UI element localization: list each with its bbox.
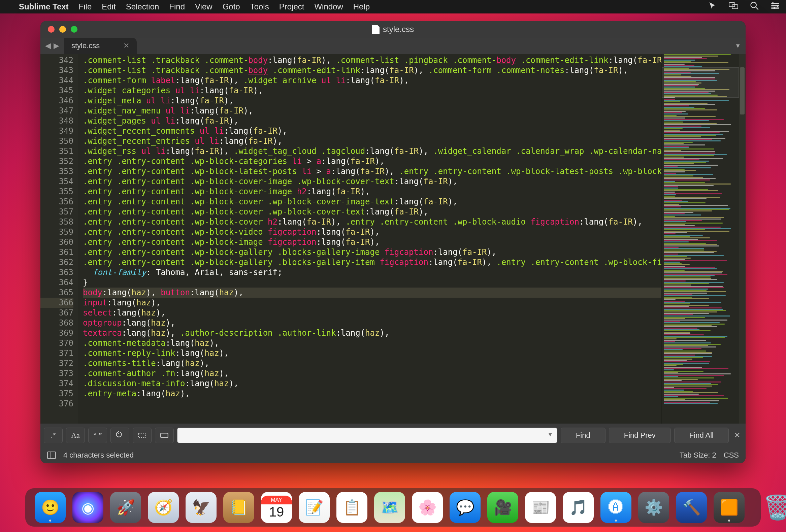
find-input[interactable] xyxy=(177,427,557,443)
menu-window[interactable]: Window xyxy=(314,2,343,11)
find-wholeword-toggle[interactable]: “ ” xyxy=(88,427,107,443)
svg-rect-11 xyxy=(161,433,168,438)
spotlight-search-icon[interactable] xyxy=(749,1,759,13)
dock-app-photos[interactable]: 🌸 xyxy=(412,492,443,523)
dock-app-news[interactable]: 📰 xyxy=(525,492,556,523)
screens-tray-icon[interactable] xyxy=(729,1,738,13)
tab-label: style.css xyxy=(71,41,100,50)
svg-point-9 xyxy=(773,7,776,9)
nav-back-button[interactable]: ◀ xyxy=(45,41,51,50)
find-all-button[interactable]: Find All xyxy=(674,427,729,443)
tab-strip: ◀ ▶ style.css ✕ ▼ xyxy=(40,38,746,54)
dock-app-sublime[interactable]: 🟧 xyxy=(714,492,745,523)
svg-point-8 xyxy=(777,5,779,7)
find-button[interactable]: Find xyxy=(561,427,605,443)
dock-app-safari[interactable]: 🧭 xyxy=(148,492,179,523)
dock-app-music[interactable]: 🎵 xyxy=(563,492,594,523)
menu-goto[interactable]: Goto xyxy=(223,2,240,11)
control-center-icon[interactable] xyxy=(770,1,780,13)
svg-line-3 xyxy=(756,7,758,10)
find-wrap-toggle[interactable] xyxy=(111,427,129,443)
vertical-scrollbar[interactable] xyxy=(739,54,746,423)
menu-edit[interactable]: Edit xyxy=(102,2,116,11)
find-highlight-toggle[interactable] xyxy=(155,427,174,443)
find-prev-button[interactable]: Find Prev xyxy=(609,427,671,443)
dock-app-appstore[interactable]: 🅐 xyxy=(600,492,631,523)
find-bar: .* Aa “ ” ▼ Find Find Prev Find All ✕ xyxy=(40,423,746,447)
dock-app-facetime[interactable]: 🎥 xyxy=(487,492,518,523)
menu-find[interactable]: Find xyxy=(169,2,185,11)
status-bar: 4 characters selected Tab Size: 2 CSS xyxy=(40,447,746,463)
scrollbar-thumb[interactable] xyxy=(740,67,745,114)
sublime-window: style.css ◀ ▶ style.css ✕ ▼ 342343344345… xyxy=(40,21,746,463)
status-message: 4 characters selected xyxy=(63,451,134,460)
svg-point-7 xyxy=(772,2,774,4)
dock-app-xcode[interactable]: 🔨 xyxy=(676,492,707,523)
status-syntax[interactable]: CSS xyxy=(724,451,739,460)
svg-point-2 xyxy=(751,2,756,8)
macos-menubar: Sublime Text File Edit Selection Find Vi… xyxy=(0,0,786,14)
dock-app-contacts[interactable]: 📒 xyxy=(223,492,254,523)
menu-help[interactable]: Help xyxy=(353,2,370,11)
menu-project[interactable]: Project xyxy=(279,2,304,11)
status-tabsize[interactable]: Tab Size: 2 xyxy=(679,451,716,460)
menu-file[interactable]: File xyxy=(79,2,92,11)
dock-app-notes[interactable]: 📝 xyxy=(299,492,330,523)
find-history-dropdown[interactable]: ▼ xyxy=(547,431,553,438)
find-case-toggle[interactable]: Aa xyxy=(66,427,85,443)
title-file-icon xyxy=(372,25,379,34)
window-titlebar[interactable]: style.css xyxy=(40,21,746,38)
editor-area: 3423433443453463473483493503513523533543… xyxy=(40,54,746,423)
dock-app-siri[interactable]: ◉ xyxy=(72,492,103,523)
dock-trash[interactable]: 🗑️ xyxy=(762,492,786,523)
dock-app-calendar[interactable]: MAY19 xyxy=(261,492,292,523)
menu-tools[interactable]: Tools xyxy=(250,2,269,11)
macos-dock: 🙂◉🚀🧭🦅📒MAY19📝📋🗺️🌸💬🎥📰🎵🅐⚙️🔨🟧🗑️ xyxy=(25,488,761,527)
svg-rect-10 xyxy=(138,433,146,438)
menu-selection[interactable]: Selection xyxy=(126,2,159,11)
find-regex-toggle[interactable]: .* xyxy=(44,427,63,443)
dock-app-messages[interactable]: 💬 xyxy=(449,492,481,523)
tab-close-button[interactable]: ✕ xyxy=(123,41,129,50)
line-number-gutter[interactable]: 3423433443453463473483493503513523533543… xyxy=(40,54,78,423)
menu-view[interactable]: View xyxy=(195,2,212,11)
window-title: style.css xyxy=(383,25,414,34)
find-close-button[interactable]: ✕ xyxy=(732,431,742,440)
nav-forward-button[interactable]: ▶ xyxy=(53,41,59,50)
find-inselection-toggle[interactable] xyxy=(133,427,152,443)
cursor-tray-icon[interactable] xyxy=(708,1,717,13)
dock-app-maps[interactable]: 🗺️ xyxy=(374,492,405,523)
minimap[interactable] xyxy=(662,54,739,423)
panel-switcher-icon[interactable] xyxy=(47,452,56,459)
dock-app-reminders[interactable]: 📋 xyxy=(337,492,367,523)
dock-app-mail[interactable]: 🦅 xyxy=(186,492,216,523)
app-menu[interactable]: Sublime Text xyxy=(19,2,69,11)
file-tab[interactable]: style.css ✕ xyxy=(64,38,137,54)
tab-overflow-button[interactable]: ▼ xyxy=(735,42,741,49)
code-text-area[interactable]: .comment-list .trackback .comment-body:l… xyxy=(78,54,662,423)
dock-app-launchpad[interactable]: 🚀 xyxy=(110,492,141,523)
dock-app-finder[interactable]: 🙂 xyxy=(35,492,66,523)
dock-app-preferences[interactable]: ⚙️ xyxy=(638,492,669,523)
